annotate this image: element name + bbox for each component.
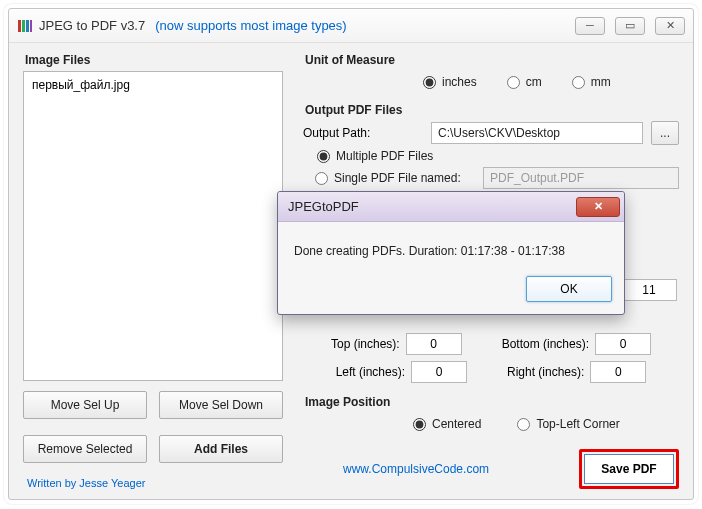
svg-rect-0 <box>18 20 21 32</box>
main-window: JPEG to PDF v3.7 (now supports most imag… <box>8 8 694 500</box>
topleft-label: Top-Left Corner <box>536 417 619 431</box>
window-subtitle: (now supports most image types) <box>155 18 346 33</box>
browse-button[interactable]: ... <box>651 121 679 145</box>
dialog-message: Done creating PDFs. Duration: 01:17:38 -… <box>278 222 624 268</box>
output-path-input[interactable] <box>431 122 643 144</box>
close-button[interactable]: ✕ <box>655 17 685 35</box>
top-margin-label: Top (inches): <box>331 337 400 351</box>
top-margin-input[interactable]: 0 <box>406 333 462 355</box>
website-link[interactable]: www.CompulsiveCode.com <box>343 462 489 476</box>
unit-header: Unit of Measure <box>305 53 679 67</box>
unit-cm-label: cm <box>526 75 542 89</box>
minimize-button[interactable]: ─ <box>575 17 605 35</box>
author-credit: Written by Jesse Yeager <box>23 477 283 489</box>
unit-mm-radio[interactable]: mm <box>572 75 611 89</box>
left-margin-input[interactable]: 0 <box>411 361 467 383</box>
right-margin-input[interactable]: 0 <box>590 361 646 383</box>
image-files-list[interactable]: первый_файл.jpg <box>23 71 283 381</box>
list-item[interactable]: первый_файл.jpg <box>32 78 274 92</box>
app-icon <box>17 18 33 34</box>
unit-cm-radio[interactable]: cm <box>507 75 542 89</box>
left-margin-label: Left (inches): <box>336 365 405 379</box>
completion-dialog: JPEGtoPDF ✕ Done creating PDFs. Duration… <box>277 191 625 315</box>
dialog-ok-button[interactable]: OK <box>526 276 612 302</box>
unit-mm-label: mm <box>591 75 611 89</box>
save-highlight: Save PDF <box>579 449 679 489</box>
image-files-header: Image Files <box>25 53 283 67</box>
svg-rect-3 <box>30 20 32 32</box>
output-header: Output PDF Files <box>305 103 679 117</box>
titlebar: JPEG to PDF v3.7 (now supports most imag… <box>9 9 693 43</box>
remove-selected-button[interactable]: Remove Selected <box>23 435 147 463</box>
page-height-input[interactable]: 11 <box>621 279 677 301</box>
window-title: JPEG to PDF v3.7 <box>39 18 145 33</box>
bottom-margin-input[interactable]: 0 <box>595 333 651 355</box>
add-files-button[interactable]: Add Files <box>159 435 283 463</box>
centered-label: Centered <box>432 417 481 431</box>
single-pdf-name-input[interactable] <box>483 167 679 189</box>
topleft-radio[interactable]: Top-Left Corner <box>517 417 619 431</box>
move-down-button[interactable]: Move Sel Down <box>159 391 283 419</box>
move-up-button[interactable]: Move Sel Up <box>23 391 147 419</box>
unit-inches-label: inches <box>442 75 477 89</box>
maximize-button[interactable]: ▭ <box>615 17 645 35</box>
right-margin-label: Right (inches): <box>507 365 584 379</box>
output-path-label: Output Path: <box>303 126 423 140</box>
multiple-pdf-radio[interactable]: Multiple PDF Files <box>317 149 679 163</box>
single-pdf-radio[interactable]: Single PDF File named: <box>315 171 475 185</box>
svg-rect-2 <box>26 20 29 32</box>
dialog-close-button[interactable]: ✕ <box>576 197 620 217</box>
close-icon: ✕ <box>594 200 603 213</box>
save-pdf-button[interactable]: Save PDF <box>584 454 674 484</box>
unit-inches-radio[interactable]: inches <box>423 75 477 89</box>
single-pdf-label: Single PDF File named: <box>334 171 461 185</box>
svg-rect-1 <box>22 20 25 32</box>
position-header: Image Position <box>305 395 679 409</box>
multiple-pdf-label: Multiple PDF Files <box>336 149 433 163</box>
bottom-margin-label: Bottom (inches): <box>502 337 589 351</box>
centered-radio[interactable]: Centered <box>413 417 481 431</box>
dialog-title: JPEGtoPDF <box>288 199 359 214</box>
